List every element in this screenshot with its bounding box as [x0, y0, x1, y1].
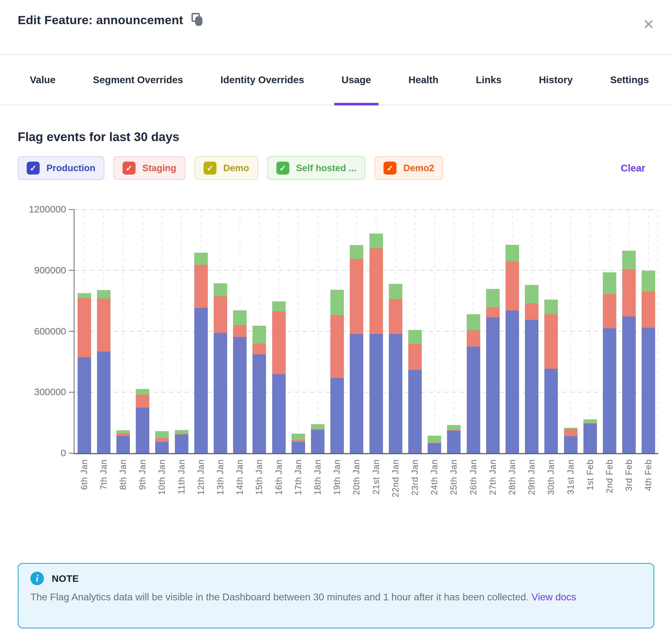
bar-segment-production[interactable] [253, 354, 266, 453]
bar-segment-production[interactable] [155, 442, 169, 453]
bar-segment-production[interactable] [311, 430, 325, 453]
bar-segment-production[interactable] [136, 408, 149, 453]
checkbox-icon[interactable]: ✓ [276, 162, 289, 175]
bar-segment-staging[interactable] [486, 307, 500, 317]
bar-segment-production[interactable] [175, 435, 188, 453]
bar-2nd-feb[interactable] [603, 272, 616, 453]
bar-segment-self-hosted[interactable] [311, 424, 325, 429]
bar-19th-jan[interactable] [330, 290, 344, 453]
tab-health[interactable]: Health [408, 55, 438, 104]
bar-25th-jan[interactable] [447, 425, 460, 453]
bar-segment-self-hosted[interactable] [370, 234, 383, 248]
bar-segment-staging[interactable] [525, 303, 539, 320]
view-docs-link[interactable]: View docs [531, 591, 576, 602]
clear-filters-link[interactable]: Clear [620, 162, 645, 174]
bar-segment-self-hosted[interactable] [525, 285, 539, 303]
bar-segment-self-hosted[interactable] [505, 245, 519, 262]
bar-segment-production[interactable] [214, 333, 227, 453]
bar-segment-staging[interactable] [350, 259, 363, 334]
bar-4th-feb[interactable] [642, 271, 655, 453]
bar-segment-staging[interactable] [622, 269, 636, 317]
bar-14th-jan[interactable] [233, 310, 247, 453]
bar-segment-self-hosted[interactable] [233, 310, 247, 325]
bar-segment-production[interactable] [603, 328, 616, 453]
bar-28th-jan[interactable] [505, 245, 519, 453]
bar-segment-self-hosted[interactable] [272, 301, 286, 311]
bar-segment-self-hosted[interactable] [155, 431, 169, 438]
bar-segment-self-hosted[interactable] [291, 434, 305, 440]
bar-segment-staging[interactable] [467, 330, 480, 347]
bar-segment-production[interactable] [194, 308, 208, 453]
bar-segment-self-hosted[interactable] [428, 436, 441, 443]
bar-segment-self-hosted[interactable] [214, 283, 227, 296]
tab-identity-overrides[interactable]: Identity Overrides [220, 55, 304, 104]
bar-segment-self-hosted[interactable] [350, 245, 363, 259]
checkbox-icon[interactable]: ✓ [123, 162, 135, 175]
bar-segment-production[interactable] [370, 334, 383, 453]
bar-8th-jan[interactable] [116, 430, 130, 453]
bar-segment-staging[interactable] [564, 429, 577, 436]
bar-segment-production[interactable] [97, 352, 111, 453]
bar-segment-production[interactable] [525, 320, 539, 453]
bar-29th-jan[interactable] [525, 285, 539, 453]
bar-segment-staging[interactable] [194, 265, 208, 308]
bar-7th-jan[interactable] [97, 290, 111, 453]
bar-segment-self-hosted[interactable] [77, 293, 91, 298]
bar-segment-staging[interactable] [214, 296, 227, 333]
tab-settings[interactable]: Settings [610, 55, 649, 104]
bar-segment-production[interactable] [505, 310, 519, 453]
bar-segment-self-hosted[interactable] [467, 314, 480, 330]
bar-segment-staging[interactable] [408, 344, 422, 370]
bar-segment-production[interactable] [642, 328, 655, 453]
bar-27th-jan[interactable] [486, 289, 500, 453]
legend-chip-production[interactable]: ✓Production [18, 156, 104, 180]
legend-chip-demo2[interactable]: ✓Demo2 [374, 156, 443, 180]
bar-segment-self-hosted[interactable] [622, 251, 636, 269]
bar-segment-production[interactable] [447, 431, 460, 453]
bar-10th-jan[interactable] [155, 431, 169, 453]
bar-segment-self-hosted[interactable] [175, 430, 188, 434]
bar-segment-self-hosted[interactable] [642, 271, 655, 291]
bar-segment-production[interactable] [428, 443, 441, 453]
bar-26th-jan[interactable] [467, 314, 480, 453]
bar-segment-self-hosted[interactable] [486, 289, 500, 307]
bar-segment-staging[interactable] [116, 433, 130, 436]
bar-segment-staging[interactable] [233, 325, 247, 337]
bar-segment-staging[interactable] [389, 299, 402, 334]
bar-segment-production[interactable] [389, 334, 402, 453]
bar-20th-jan[interactable] [350, 245, 363, 453]
bar-segment-staging[interactable] [77, 298, 91, 357]
tab-value[interactable]: Value [30, 55, 55, 104]
tab-history[interactable]: History [539, 55, 573, 104]
bar-segment-self-hosted[interactable] [116, 430, 130, 433]
bar-segment-production[interactable] [116, 436, 130, 453]
bar-segment-self-hosted[interactable] [330, 290, 344, 315]
bar-23rd-jan[interactable] [408, 330, 422, 453]
bar-16th-jan[interactable] [272, 301, 286, 453]
bar-24th-jan[interactable] [428, 436, 441, 453]
bar-segment-staging[interactable] [155, 438, 169, 442]
bar-segment-self-hosted[interactable] [97, 290, 111, 299]
tab-usage[interactable]: Usage [342, 55, 371, 104]
bar-segment-staging[interactable] [253, 344, 266, 354]
bar-segment-production[interactable] [486, 317, 500, 453]
bar-segment-staging[interactable] [603, 294, 616, 328]
bar-segment-production[interactable] [564, 436, 577, 453]
bar-9th-jan[interactable] [136, 389, 149, 453]
bar-segment-production[interactable] [350, 334, 363, 453]
bar-segment-self-hosted[interactable] [253, 326, 266, 344]
bar-segment-production[interactable] [544, 369, 558, 453]
copy-icon[interactable] [191, 13, 205, 28]
bar-segment-production[interactable] [467, 347, 480, 453]
bar-segment-self-hosted[interactable] [194, 253, 208, 265]
checkbox-icon[interactable]: ✓ [384, 162, 397, 175]
bar-segment-self-hosted[interactable] [389, 284, 402, 299]
bar-18th-jan[interactable] [311, 424, 325, 453]
bar-segment-staging[interactable] [272, 311, 286, 374]
checkbox-icon[interactable]: ✓ [27, 162, 40, 175]
bar-segment-production[interactable] [622, 317, 636, 453]
bar-segment-production[interactable] [291, 442, 305, 453]
bar-segment-self-hosted[interactable] [603, 272, 616, 294]
legend-chip-self-hosted[interactable]: ✓Self hosted ... [267, 156, 366, 180]
bar-segment-self-hosted[interactable] [136, 389, 149, 395]
